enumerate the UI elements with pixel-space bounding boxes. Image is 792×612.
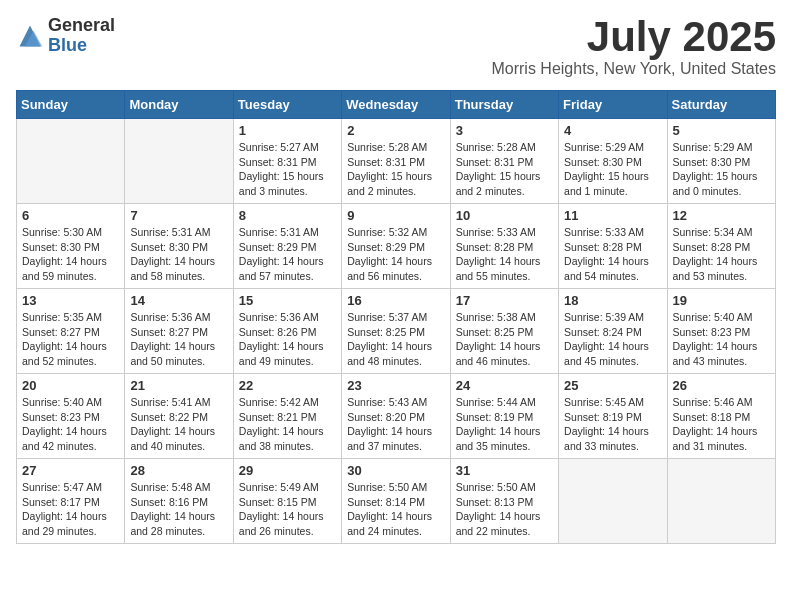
header-thursday: Thursday xyxy=(450,91,558,119)
calendar-table: SundayMondayTuesdayWednesdayThursdayFrid… xyxy=(16,90,776,544)
day-number: 21 xyxy=(130,378,227,393)
cell-details: Sunrise: 5:28 AMSunset: 8:31 PMDaylight:… xyxy=(456,140,553,199)
day-number: 4 xyxy=(564,123,661,138)
page-header: General Blue July 2025 Morris Heights, N… xyxy=(16,16,776,78)
day-number: 9 xyxy=(347,208,444,223)
calendar-cell: 9Sunrise: 5:32 AMSunset: 8:29 PMDaylight… xyxy=(342,204,450,289)
cell-details: Sunrise: 5:46 AMSunset: 8:18 PMDaylight:… xyxy=(673,395,770,454)
month-title: July 2025 xyxy=(491,16,776,58)
calendar-cell: 28Sunrise: 5:48 AMSunset: 8:16 PMDayligh… xyxy=(125,459,233,544)
cell-details: Sunrise: 5:36 AMSunset: 8:27 PMDaylight:… xyxy=(130,310,227,369)
cell-details: Sunrise: 5:47 AMSunset: 8:17 PMDaylight:… xyxy=(22,480,119,539)
calendar-cell: 7Sunrise: 5:31 AMSunset: 8:30 PMDaylight… xyxy=(125,204,233,289)
day-number: 28 xyxy=(130,463,227,478)
day-number: 24 xyxy=(456,378,553,393)
day-number: 16 xyxy=(347,293,444,308)
header-sunday: Sunday xyxy=(17,91,125,119)
day-number: 11 xyxy=(564,208,661,223)
cell-details: Sunrise: 5:40 AMSunset: 8:23 PMDaylight:… xyxy=(22,395,119,454)
calendar-cell: 29Sunrise: 5:49 AMSunset: 8:15 PMDayligh… xyxy=(233,459,341,544)
day-number: 23 xyxy=(347,378,444,393)
calendar-cell xyxy=(125,119,233,204)
day-number: 15 xyxy=(239,293,336,308)
cell-details: Sunrise: 5:50 AMSunset: 8:14 PMDaylight:… xyxy=(347,480,444,539)
day-number: 30 xyxy=(347,463,444,478)
calendar-cell: 10Sunrise: 5:33 AMSunset: 8:28 PMDayligh… xyxy=(450,204,558,289)
cell-details: Sunrise: 5:48 AMSunset: 8:16 PMDaylight:… xyxy=(130,480,227,539)
cell-details: Sunrise: 5:37 AMSunset: 8:25 PMDaylight:… xyxy=(347,310,444,369)
logo: General Blue xyxy=(16,16,115,56)
calendar-cell: 4Sunrise: 5:29 AMSunset: 8:30 PMDaylight… xyxy=(559,119,667,204)
calendar-cell: 27Sunrise: 5:47 AMSunset: 8:17 PMDayligh… xyxy=(17,459,125,544)
day-number: 25 xyxy=(564,378,661,393)
calendar-cell: 21Sunrise: 5:41 AMSunset: 8:22 PMDayligh… xyxy=(125,374,233,459)
day-number: 6 xyxy=(22,208,119,223)
cell-details: Sunrise: 5:50 AMSunset: 8:13 PMDaylight:… xyxy=(456,480,553,539)
cell-details: Sunrise: 5:33 AMSunset: 8:28 PMDaylight:… xyxy=(456,225,553,284)
location-title: Morris Heights, New York, United States xyxy=(491,60,776,78)
day-number: 2 xyxy=(347,123,444,138)
cell-details: Sunrise: 5:31 AMSunset: 8:29 PMDaylight:… xyxy=(239,225,336,284)
calendar-cell: 3Sunrise: 5:28 AMSunset: 8:31 PMDaylight… xyxy=(450,119,558,204)
cell-details: Sunrise: 5:28 AMSunset: 8:31 PMDaylight:… xyxy=(347,140,444,199)
calendar-cell: 6Sunrise: 5:30 AMSunset: 8:30 PMDaylight… xyxy=(17,204,125,289)
calendar-cell: 15Sunrise: 5:36 AMSunset: 8:26 PMDayligh… xyxy=(233,289,341,374)
day-number: 22 xyxy=(239,378,336,393)
cell-details: Sunrise: 5:34 AMSunset: 8:28 PMDaylight:… xyxy=(673,225,770,284)
cell-details: Sunrise: 5:27 AMSunset: 8:31 PMDaylight:… xyxy=(239,140,336,199)
calendar-cell: 20Sunrise: 5:40 AMSunset: 8:23 PMDayligh… xyxy=(17,374,125,459)
day-number: 20 xyxy=(22,378,119,393)
calendar-cell: 16Sunrise: 5:37 AMSunset: 8:25 PMDayligh… xyxy=(342,289,450,374)
day-number: 31 xyxy=(456,463,553,478)
header-tuesday: Tuesday xyxy=(233,91,341,119)
day-number: 14 xyxy=(130,293,227,308)
week-row-4: 27Sunrise: 5:47 AMSunset: 8:17 PMDayligh… xyxy=(17,459,776,544)
day-number: 10 xyxy=(456,208,553,223)
logo-text: General Blue xyxy=(48,16,115,56)
cell-details: Sunrise: 5:39 AMSunset: 8:24 PMDaylight:… xyxy=(564,310,661,369)
calendar-header-row: SundayMondayTuesdayWednesdayThursdayFrid… xyxy=(17,91,776,119)
cell-details: Sunrise: 5:38 AMSunset: 8:25 PMDaylight:… xyxy=(456,310,553,369)
calendar-cell: 2Sunrise: 5:28 AMSunset: 8:31 PMDaylight… xyxy=(342,119,450,204)
day-number: 17 xyxy=(456,293,553,308)
calendar-cell: 13Sunrise: 5:35 AMSunset: 8:27 PMDayligh… xyxy=(17,289,125,374)
calendar-cell xyxy=(17,119,125,204)
calendar-cell: 25Sunrise: 5:45 AMSunset: 8:19 PMDayligh… xyxy=(559,374,667,459)
calendar-cell: 18Sunrise: 5:39 AMSunset: 8:24 PMDayligh… xyxy=(559,289,667,374)
calendar-cell: 14Sunrise: 5:36 AMSunset: 8:27 PMDayligh… xyxy=(125,289,233,374)
day-number: 19 xyxy=(673,293,770,308)
calendar-cell: 19Sunrise: 5:40 AMSunset: 8:23 PMDayligh… xyxy=(667,289,775,374)
logo-blue-text: Blue xyxy=(48,36,115,56)
day-number: 27 xyxy=(22,463,119,478)
cell-details: Sunrise: 5:49 AMSunset: 8:15 PMDaylight:… xyxy=(239,480,336,539)
calendar-cell: 22Sunrise: 5:42 AMSunset: 8:21 PMDayligh… xyxy=(233,374,341,459)
cell-details: Sunrise: 5:32 AMSunset: 8:29 PMDaylight:… xyxy=(347,225,444,284)
calendar-cell: 12Sunrise: 5:34 AMSunset: 8:28 PMDayligh… xyxy=(667,204,775,289)
calendar-cell: 31Sunrise: 5:50 AMSunset: 8:13 PMDayligh… xyxy=(450,459,558,544)
calendar-cell: 5Sunrise: 5:29 AMSunset: 8:30 PMDaylight… xyxy=(667,119,775,204)
day-number: 1 xyxy=(239,123,336,138)
cell-details: Sunrise: 5:29 AMSunset: 8:30 PMDaylight:… xyxy=(673,140,770,199)
cell-details: Sunrise: 5:40 AMSunset: 8:23 PMDaylight:… xyxy=(673,310,770,369)
header-monday: Monday xyxy=(125,91,233,119)
cell-details: Sunrise: 5:42 AMSunset: 8:21 PMDaylight:… xyxy=(239,395,336,454)
cell-details: Sunrise: 5:35 AMSunset: 8:27 PMDaylight:… xyxy=(22,310,119,369)
calendar-cell: 23Sunrise: 5:43 AMSunset: 8:20 PMDayligh… xyxy=(342,374,450,459)
calendar-cell xyxy=(559,459,667,544)
day-number: 8 xyxy=(239,208,336,223)
day-number: 5 xyxy=(673,123,770,138)
header-friday: Friday xyxy=(559,91,667,119)
calendar-cell: 17Sunrise: 5:38 AMSunset: 8:25 PMDayligh… xyxy=(450,289,558,374)
calendar-cell: 26Sunrise: 5:46 AMSunset: 8:18 PMDayligh… xyxy=(667,374,775,459)
cell-details: Sunrise: 5:31 AMSunset: 8:30 PMDaylight:… xyxy=(130,225,227,284)
week-row-3: 20Sunrise: 5:40 AMSunset: 8:23 PMDayligh… xyxy=(17,374,776,459)
day-number: 12 xyxy=(673,208,770,223)
title-block: July 2025 Morris Heights, New York, Unit… xyxy=(491,16,776,78)
cell-details: Sunrise: 5:36 AMSunset: 8:26 PMDaylight:… xyxy=(239,310,336,369)
logo-icon xyxy=(16,22,44,50)
day-number: 3 xyxy=(456,123,553,138)
day-number: 7 xyxy=(130,208,227,223)
cell-details: Sunrise: 5:33 AMSunset: 8:28 PMDaylight:… xyxy=(564,225,661,284)
calendar-cell: 1Sunrise: 5:27 AMSunset: 8:31 PMDaylight… xyxy=(233,119,341,204)
cell-details: Sunrise: 5:45 AMSunset: 8:19 PMDaylight:… xyxy=(564,395,661,454)
